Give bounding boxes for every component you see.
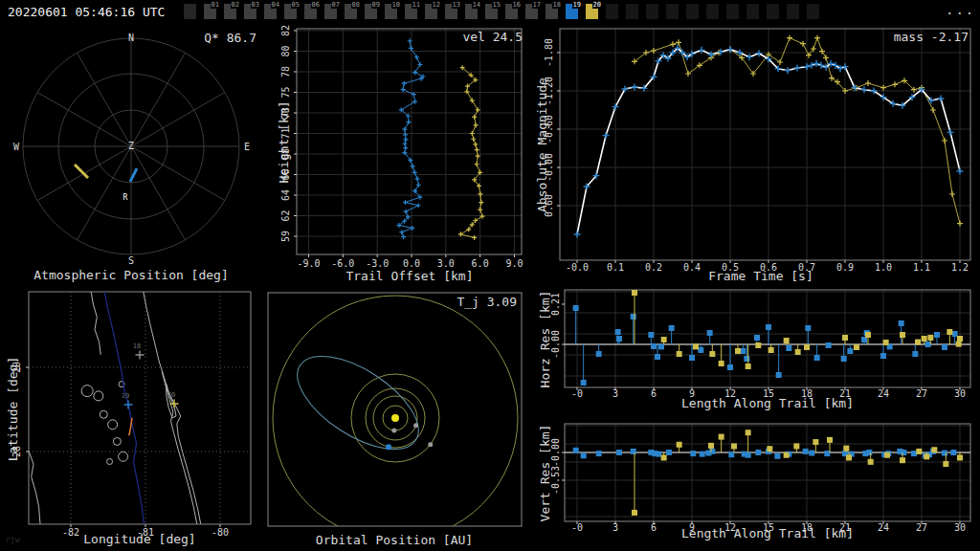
mag-y-axis-label: Absolute Magnitude <box>535 74 549 217</box>
sun-dot <box>391 414 399 422</box>
tick-label: 18 <box>133 342 141 350</box>
tick-label: 6.0 <box>472 258 489 269</box>
tick-label: 0.21 <box>550 293 561 316</box>
trail-stat-vel: vel 24.5 <box>412 30 523 44</box>
tick-label: 82 <box>280 25 291 36</box>
watermark: rjw <box>6 536 19 544</box>
tick-label: 30 <box>954 522 966 533</box>
planet-dot-venus <box>413 423 418 428</box>
tick-label: -0.0 <box>566 262 589 273</box>
map-x-axis-label: Longitude [deg] <box>44 532 235 546</box>
tick-label: E <box>244 142 250 152</box>
orbit-panel <box>268 293 522 540</box>
tick-label: 78 <box>280 66 291 77</box>
polar-axis-title: Atmospheric Position [deg] <box>16 268 246 282</box>
tick-label: -0 <box>571 388 583 399</box>
map-panel: -82-81-802928181920 <box>11 292 251 538</box>
tick-label: 1.2 <box>951 262 969 273</box>
tick-label: -0.53 <box>550 466 561 495</box>
tick-label: 1.0 <box>875 262 892 273</box>
magnitude-panel: -0.00.10.20.40.50.60.70.91.01.11.2-1.80-… <box>544 29 970 273</box>
tick-label: 27 <box>916 388 927 399</box>
meteor-analysis-app: { "topbar": { "clock": "20220601 05:46:1… <box>0 0 980 551</box>
tick-label: 80 <box>280 45 291 56</box>
tick-label: 0.2 <box>645 262 662 273</box>
tick-label: S <box>128 255 134 266</box>
tick-label: 6 <box>651 522 657 533</box>
earth-dot <box>386 444 391 450</box>
tick-label: 30 <box>954 388 966 399</box>
tick-label: 62 <box>280 209 291 221</box>
horz-res-y-axis-label: Horz Res [km] <box>538 287 552 392</box>
trail-y-axis-label: Height [km] <box>277 90 291 195</box>
tick-label: 24 <box>878 388 889 399</box>
tick-label: Z <box>128 141 134 151</box>
tick-label: 24 <box>878 522 889 533</box>
vert-res-x-axis-label: Length Along Trail [km] <box>662 526 873 540</box>
tick-label: 19 <box>122 392 129 400</box>
horz-residuals: -0369121518212427300.21-0.00 <box>550 290 970 399</box>
vert-residuals-series <box>573 430 963 516</box>
tick-label: 9.0 <box>505 258 523 269</box>
vert-residuals: -036912151821242730-0.00-0.53 <box>550 424 970 533</box>
polar-plot: NESWZR <box>13 33 250 266</box>
tick-label: N <box>128 33 134 43</box>
tick-label: 3 <box>612 388 618 399</box>
map-y-axis-label: Latitude [deg] <box>6 357 20 462</box>
tick-label: 3.0 <box>437 258 455 269</box>
tick-label: 0.1 <box>607 262 624 273</box>
tick-label: W <box>13 142 20 152</box>
orbit-x-axis-label: Orbital Position [AU] <box>299 533 490 547</box>
tick-label: R <box>123 193 128 202</box>
map-content: 181920 <box>29 292 200 524</box>
tick-label: -0 <box>571 522 583 533</box>
planet-dot-mercury <box>391 428 396 432</box>
orbit-stat-tj: T_j 3.09 <box>392 295 517 309</box>
tick-label: 59 <box>280 231 291 242</box>
horz-res-x-axis-label: Length Along Trail [km] <box>662 396 873 410</box>
tick-label: 3 <box>612 522 618 533</box>
trail-offset-panel: -9.0-6.0-3.00.03.06.09.08280787573716866… <box>280 25 523 269</box>
tick-label: -0.00 <box>550 438 561 467</box>
orbit-content <box>273 296 518 540</box>
tick-label: -0.00 <box>550 330 561 359</box>
tick-label: -6.0 <box>331 258 354 269</box>
polar-stat-q: Q* 86.7 <box>163 31 256 45</box>
tick-label: 1.1 <box>913 262 930 273</box>
mag-stat-mass: mass -2.17 <box>842 30 969 44</box>
tick-label: -3.0 <box>366 258 389 269</box>
trail-x-axis-label: Trail Offset [km] <box>297 269 523 283</box>
mag-x-axis-label: Frame Time [s] <box>665 269 857 283</box>
tick-label: 6 <box>651 388 657 399</box>
trail-series <box>396 38 484 240</box>
tick-label: 27 <box>916 522 927 533</box>
vert-res-y-axis-label: Vert Res [km] <box>538 421 552 526</box>
tick-label: 0.0 <box>403 258 420 269</box>
tick-label: -9.0 <box>297 258 320 269</box>
tick-label: 20 <box>167 391 175 399</box>
horz-residuals-series <box>573 290 963 386</box>
tick-label: -1.80 <box>544 38 554 67</box>
planet-dot-mars <box>428 442 433 447</box>
